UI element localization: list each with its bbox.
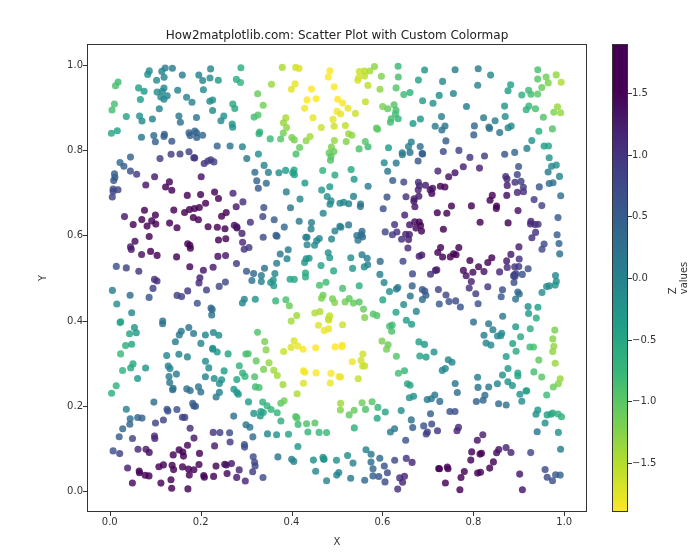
svg-point-370 bbox=[261, 162, 268, 169]
colorbar-tick-label: −0.5 bbox=[632, 334, 656, 345]
svg-point-257 bbox=[541, 143, 548, 150]
svg-point-932 bbox=[457, 474, 464, 481]
svg-point-876 bbox=[156, 105, 163, 112]
svg-point-683 bbox=[362, 406, 369, 413]
svg-point-789 bbox=[304, 428, 311, 435]
svg-point-30 bbox=[157, 480, 164, 487]
svg-point-186 bbox=[328, 236, 335, 243]
svg-point-93 bbox=[283, 255, 290, 262]
svg-point-251 bbox=[135, 268, 142, 275]
svg-point-695 bbox=[241, 441, 248, 448]
svg-point-585 bbox=[331, 172, 338, 179]
svg-point-698 bbox=[183, 94, 190, 101]
svg-point-546 bbox=[173, 406, 180, 413]
svg-point-138 bbox=[134, 375, 141, 382]
svg-point-681 bbox=[302, 269, 309, 276]
svg-point-612 bbox=[215, 195, 222, 202]
svg-point-559 bbox=[260, 102, 267, 109]
svg-point-879 bbox=[492, 117, 499, 124]
svg-point-973 bbox=[460, 267, 467, 274]
svg-point-967 bbox=[111, 170, 118, 177]
svg-point-211 bbox=[236, 466, 243, 473]
svg-point-706 bbox=[337, 373, 344, 380]
svg-point-195 bbox=[440, 148, 447, 155]
svg-point-39 bbox=[304, 241, 311, 248]
svg-point-632 bbox=[438, 126, 445, 133]
svg-point-226 bbox=[327, 379, 334, 386]
svg-point-919 bbox=[419, 296, 426, 303]
svg-point-588 bbox=[304, 96, 311, 103]
figure: How2matplotlib.com: Scatter Plot with Cu… bbox=[0, 0, 700, 560]
svg-point-788 bbox=[138, 134, 145, 141]
svg-point-44 bbox=[557, 109, 564, 116]
svg-point-296 bbox=[443, 210, 450, 217]
svg-point-111 bbox=[318, 187, 325, 194]
svg-point-495 bbox=[237, 64, 244, 71]
svg-point-916 bbox=[233, 389, 240, 396]
svg-point-103 bbox=[309, 114, 316, 121]
svg-point-649 bbox=[180, 453, 187, 460]
svg-point-530 bbox=[233, 76, 240, 83]
svg-point-445 bbox=[201, 474, 208, 481]
svg-point-846 bbox=[436, 465, 443, 472]
svg-point-799 bbox=[217, 117, 224, 124]
svg-point-566 bbox=[166, 220, 173, 227]
svg-point-10 bbox=[486, 465, 493, 472]
svg-point-448 bbox=[468, 448, 475, 455]
svg-point-362 bbox=[502, 113, 509, 120]
svg-point-727 bbox=[403, 455, 410, 462]
svg-point-717 bbox=[557, 446, 564, 453]
svg-point-322 bbox=[272, 297, 279, 304]
svg-point-171 bbox=[308, 225, 315, 232]
svg-point-506 bbox=[417, 143, 424, 150]
svg-point-472 bbox=[474, 374, 481, 381]
svg-point-485 bbox=[485, 383, 492, 390]
svg-point-91 bbox=[173, 224, 180, 231]
svg-point-895 bbox=[549, 335, 556, 342]
svg-point-604 bbox=[407, 292, 414, 299]
svg-point-34 bbox=[530, 368, 537, 375]
svg-point-655 bbox=[308, 86, 315, 93]
svg-point-489 bbox=[273, 260, 280, 267]
svg-point-690 bbox=[351, 424, 358, 431]
svg-point-950 bbox=[251, 373, 258, 380]
svg-point-740 bbox=[149, 115, 156, 122]
svg-point-862 bbox=[280, 119, 287, 126]
svg-point-759 bbox=[549, 179, 556, 186]
svg-point-578 bbox=[402, 437, 409, 444]
svg-point-467 bbox=[166, 178, 173, 185]
svg-point-598 bbox=[316, 429, 323, 436]
svg-point-144 bbox=[200, 86, 207, 93]
svg-point-863 bbox=[538, 202, 545, 209]
svg-point-881 bbox=[535, 128, 542, 135]
svg-point-358 bbox=[283, 188, 290, 195]
svg-point-28 bbox=[534, 304, 541, 311]
svg-point-934 bbox=[538, 246, 545, 253]
svg-point-545 bbox=[242, 477, 249, 484]
svg-point-483 bbox=[478, 450, 485, 457]
svg-point-317 bbox=[535, 357, 542, 364]
svg-point-874 bbox=[163, 352, 170, 359]
svg-point-407 bbox=[556, 250, 563, 257]
svg-point-570 bbox=[532, 105, 539, 112]
svg-point-425 bbox=[291, 337, 298, 344]
svg-point-794 bbox=[474, 384, 481, 391]
svg-point-363 bbox=[215, 236, 222, 243]
svg-point-502 bbox=[316, 235, 323, 242]
svg-point-885 bbox=[233, 203, 240, 210]
svg-point-792 bbox=[392, 309, 399, 316]
svg-point-364 bbox=[330, 267, 337, 274]
svg-point-379 bbox=[127, 168, 134, 175]
svg-point-844 bbox=[229, 121, 236, 128]
svg-point-518 bbox=[481, 152, 488, 159]
svg-point-164 bbox=[393, 160, 400, 167]
svg-point-904 bbox=[274, 409, 281, 416]
svg-point-985 bbox=[384, 469, 391, 476]
svg-point-667 bbox=[527, 325, 534, 332]
svg-point-72 bbox=[286, 302, 293, 309]
svg-point-886 bbox=[282, 296, 289, 303]
svg-point-549 bbox=[514, 171, 521, 178]
svg-point-369 bbox=[129, 435, 136, 442]
svg-point-562 bbox=[337, 110, 344, 117]
svg-point-878 bbox=[421, 288, 428, 295]
